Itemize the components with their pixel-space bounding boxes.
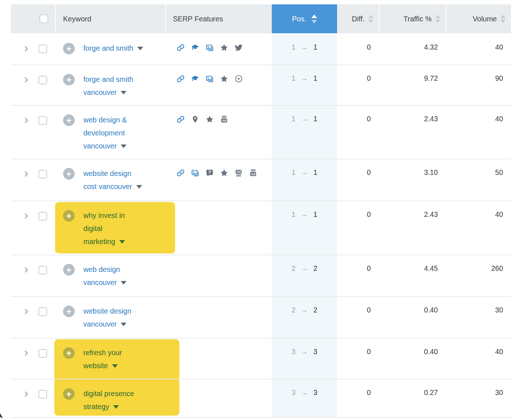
svg-text:Ad: Ad	[251, 172, 255, 176]
reviews-icon	[220, 169, 228, 177]
row-checkbox[interactable]	[38, 45, 47, 53]
sitelinks-icon	[176, 169, 185, 177]
table-header: Keyword SERP Features Pos. Diff. Traffic…	[11, 4, 511, 33]
sort-arrows-icon	[500, 15, 506, 23]
position-cell: 2 → 2	[272, 297, 337, 338]
expand-select-cell	[11, 201, 55, 255]
keyword-link[interactable]: digital presence strategy	[83, 390, 134, 411]
expand-chevron-icon[interactable]	[23, 213, 30, 219]
volume-cell: 40	[446, 106, 511, 159]
keyword-dropdown-caret-icon[interactable]	[137, 47, 143, 50]
expand-chevron-icon[interactable]	[23, 45, 30, 52]
keyword-dropdown-caret-icon[interactable]	[112, 364, 118, 368]
keyword-link[interactable]: why invest in digital marketing	[83, 211, 125, 245]
row-checkbox[interactable]	[38, 349, 47, 358]
ads-bottom-icon: Ad	[234, 169, 243, 177]
position-current: 2	[313, 264, 317, 273]
keyword-dropdown-caret-icon[interactable]	[121, 91, 126, 94]
row-checkbox[interactable]	[38, 212, 47, 220]
keyword-cell: + refresh your website	[55, 339, 165, 379]
add-keyword-button[interactable]: +	[63, 43, 75, 54]
position-arrow-icon: →	[301, 264, 308, 273]
position-arrow-icon: →	[301, 43, 308, 51]
add-keyword-button[interactable]: +	[63, 388, 75, 400]
expand-select-cell	[11, 297, 55, 338]
header-traffic[interactable]: Traffic %	[379, 4, 446, 33]
diff-cell: 0	[337, 159, 379, 201]
position-cell: 3 → 3	[272, 339, 337, 379]
expand-select-cell	[11, 65, 55, 105]
position-current: 3	[313, 388, 317, 397]
row-checkbox[interactable]	[38, 116, 47, 125]
image-pack-icon	[205, 43, 214, 52]
header-volume[interactable]: Volume	[446, 4, 511, 33]
position-arrow-icon: →	[301, 115, 308, 123]
row-checkbox[interactable]	[38, 390, 47, 399]
row-checkbox[interactable]	[38, 76, 47, 84]
volume-cell: 40	[446, 201, 511, 255]
keyword-link[interactable]: website design cost vancouver	[83, 169, 132, 190]
expand-select-cell	[11, 159, 55, 201]
header-diff[interactable]: Diff.	[337, 4, 379, 33]
add-keyword-button[interactable]: +	[63, 74, 75, 85]
expand-chevron-icon[interactable]	[23, 391, 30, 398]
keyword-text: forge and smith	[83, 41, 143, 55]
expand-chevron-icon[interactable]	[23, 308, 30, 315]
add-keyword-button[interactable]: +	[63, 114, 75, 126]
volume-cell: 50	[446, 159, 511, 201]
keyword-link[interactable]: forge and smith	[83, 44, 133, 52]
keyword-dropdown-caret-icon[interactable]	[121, 323, 126, 326]
expand-chevron-icon[interactable]	[23, 350, 30, 357]
add-keyword-button[interactable]: +	[63, 168, 75, 180]
keyword-cell: + web design vancouver	[55, 255, 165, 296]
expand-select-cell	[11, 106, 55, 159]
volume-cell: 260	[446, 255, 511, 296]
diff-cell: 0	[337, 379, 379, 417]
expand-chevron-icon[interactable]	[23, 117, 30, 124]
row-checkbox[interactable]	[38, 266, 47, 274]
add-keyword-button[interactable]: +	[63, 210, 75, 222]
position-previous: 3	[291, 348, 295, 356]
header-diff-label: Diff.	[352, 15, 365, 23]
position-previous: 1	[291, 115, 295, 123]
position-cell: 1 → 1	[272, 201, 337, 255]
keyword-dropdown-caret-icon[interactable]	[113, 405, 119, 409]
add-keyword-button[interactable]: +	[63, 347, 75, 359]
header-keyword[interactable]: Keyword	[55, 4, 165, 33]
add-keyword-button[interactable]: +	[63, 264, 75, 276]
position-cell: 1 → 1	[272, 65, 337, 105]
table-row: + website design cost vancouver ?AdAd 1 …	[11, 159, 511, 201]
expand-chevron-icon[interactable]	[23, 171, 30, 177]
video-icon	[234, 75, 243, 83]
table-row: + web design vancouver 2 → 2 0 4.45 260	[11, 255, 511, 297]
keyword-dropdown-caret-icon[interactable]	[121, 281, 126, 285]
position-previous: 1	[291, 74, 295, 83]
position-cell: 2 → 2	[272, 255, 337, 296]
traffic-cell: 3.10	[379, 159, 446, 201]
expand-chevron-icon[interactable]	[23, 76, 30, 83]
keyword-link[interactable]: web design vancouver	[83, 265, 120, 286]
keyword-dropdown-caret-icon[interactable]	[121, 144, 126, 148]
keyword-dropdown-caret-icon[interactable]	[119, 240, 125, 244]
table-row: + why invest in digital marketing 1 → 1 …	[11, 201, 511, 255]
volume-cell: 90	[446, 65, 511, 105]
position-current: 3	[313, 348, 317, 356]
position-cell: 1 → 1	[272, 159, 337, 201]
header-serp-features: SERP Features	[165, 4, 272, 33]
select-all-checkbox[interactable]	[40, 14, 48, 23]
header-pos-sorted[interactable]: Pos.	[272, 4, 337, 33]
row-checkbox[interactable]	[38, 170, 47, 178]
expand-chevron-icon[interactable]	[23, 266, 30, 273]
keyword-link[interactable]: web design & development vancouver	[83, 116, 127, 150]
svg-text:Ad: Ad	[222, 119, 226, 122]
expand-select-cell	[11, 34, 55, 64]
header-select-cell	[11, 4, 55, 33]
header-traffic-label: Traffic %	[403, 15, 432, 23]
keyword-dropdown-caret-icon[interactable]	[136, 185, 142, 189]
svg-text:?: ?	[208, 170, 211, 175]
add-keyword-button[interactable]: +	[63, 306, 75, 317]
serp-features-cell: Ad	[165, 106, 272, 159]
row-checkbox[interactable]	[38, 307, 47, 316]
reviews-icon	[205, 115, 214, 123]
position-previous: 3	[291, 388, 295, 397]
